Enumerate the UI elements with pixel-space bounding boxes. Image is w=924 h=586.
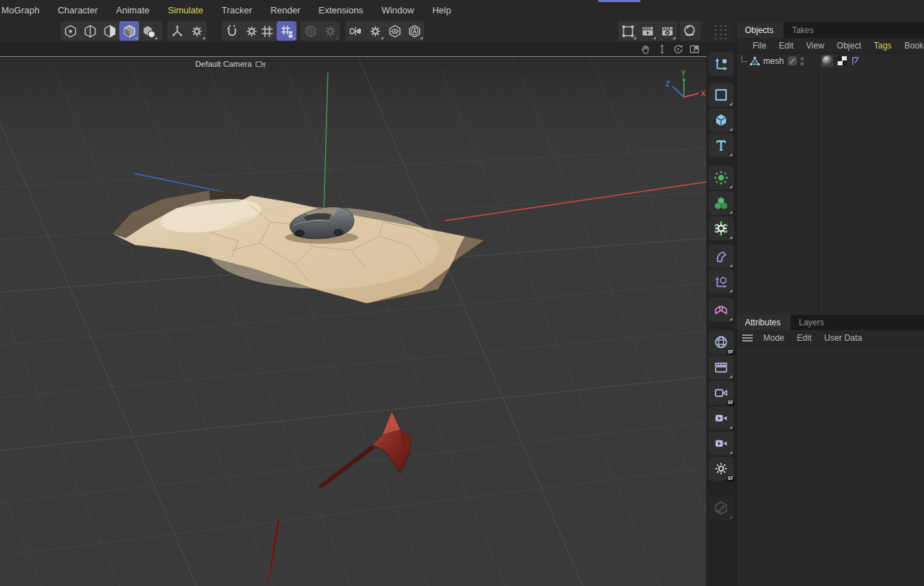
menu-help[interactable]: Help xyxy=(423,5,461,15)
om-menu-tags[interactable]: Tags xyxy=(868,41,898,51)
menu-simulate[interactable]: Simulate xyxy=(159,5,213,15)
tab-takes[interactable]: Takes xyxy=(784,22,824,38)
motion-camera-1-button[interactable] xyxy=(708,406,734,430)
om-menu-file[interactable]: File xyxy=(746,41,772,51)
gizmo-y-label: Y xyxy=(681,70,686,77)
menu-tracker[interactable]: Tracker xyxy=(213,5,262,15)
visibility-group xyxy=(385,21,424,41)
om-menu-view[interactable]: View xyxy=(800,41,831,51)
fields-effector-button[interactable] xyxy=(708,216,734,240)
tab-layers[interactable]: Layers xyxy=(791,315,834,330)
zoom-arrows-icon[interactable] xyxy=(655,44,668,56)
render-view[interactable]: Y Z X Default Camera xyxy=(0,56,706,586)
gizmo-z-label: Z xyxy=(666,80,670,88)
axis-gizmo[interactable]: Y Z X xyxy=(666,70,706,98)
hexagon-auto-button[interactable] xyxy=(404,21,424,41)
stage-object-button[interactable] xyxy=(708,356,734,379)
attribute-manager-panel: Attributes Layers Mode Edit User Data xyxy=(736,315,924,586)
bend-deformer-button[interactable] xyxy=(708,245,734,268)
sky-object-button[interactable]: ST xyxy=(708,330,734,354)
orbit-rotate-icon[interactable] xyxy=(671,44,685,56)
edges-mode-button[interactable] xyxy=(80,21,100,41)
red-ribbon-flag[interactable] xyxy=(318,412,411,489)
om-menu-object[interactable]: Object xyxy=(831,41,868,51)
motion-camera-2-button[interactable] xyxy=(708,431,734,455)
polygons-mode-button[interactable] xyxy=(100,21,119,41)
menu-animate[interactable]: Animate xyxy=(107,5,159,15)
menu-mograph[interactable]: MoGraph xyxy=(0,5,48,15)
camera-object-button[interactable]: ST xyxy=(708,381,734,405)
symmetry-object-button[interactable] xyxy=(708,298,734,322)
picture-viewer-button[interactable] xyxy=(680,21,699,41)
camera-icon xyxy=(256,60,266,68)
3d-viewport[interactable]: Y Z X Default Camera xyxy=(0,42,706,586)
polygon-mesh-icon xyxy=(749,56,760,67)
material-tag[interactable] xyxy=(821,55,833,67)
quantize-grid-button[interactable] xyxy=(257,21,277,41)
render-group xyxy=(618,21,677,41)
render-region-button[interactable] xyxy=(618,21,638,41)
checker-icon xyxy=(838,56,847,65)
points-mode-button[interactable] xyxy=(60,21,80,41)
menu-window[interactable]: Window xyxy=(372,5,423,15)
attribute-manager-menu: Mode Edit User Data xyxy=(737,330,924,346)
array-generator-button[interactable] xyxy=(708,191,734,215)
am-menu-edit[interactable]: Edit xyxy=(791,333,818,343)
workplane-axis-button[interactable] xyxy=(708,270,734,294)
render-view-button[interactable] xyxy=(638,21,657,41)
tab-attributes[interactable]: Attributes xyxy=(737,315,791,330)
palette-grip[interactable] xyxy=(712,22,730,39)
move-axes-button[interactable] xyxy=(167,21,187,41)
hexagon-eye-button[interactable] xyxy=(385,21,404,41)
menu-render[interactable]: Render xyxy=(261,5,310,15)
x-axis-line xyxy=(445,182,706,221)
om-menu-edit[interactable]: Edit xyxy=(772,41,800,51)
object-palette-sidebar: ST ST ST xyxy=(706,42,736,586)
menu-character[interactable]: Character xyxy=(48,5,107,15)
falloff-settings-button[interactable] xyxy=(320,21,340,41)
menu-extensions[interactable]: Extensions xyxy=(310,5,373,15)
phong-tag-icon[interactable] xyxy=(850,56,862,67)
material-sphere-icon xyxy=(822,56,833,66)
edit-tool-disabled-button[interactable] xyxy=(708,496,734,520)
pan-hand-icon[interactable] xyxy=(639,44,652,56)
mirror-group xyxy=(345,21,385,41)
hamburger-icon[interactable] xyxy=(742,334,753,341)
red-ribbon-sliver[interactable] xyxy=(268,517,280,582)
st-badge: ST xyxy=(727,349,734,356)
editor-toggle-icon[interactable] xyxy=(788,56,797,65)
camera-label[interactable]: Default Camera xyxy=(195,60,266,68)
snap-grid-lock-button[interactable] xyxy=(277,21,296,41)
light-object-button[interactable]: ST xyxy=(708,457,734,481)
pen-spline-tool-button[interactable] xyxy=(708,52,734,76)
attribute-empty-area xyxy=(737,346,924,585)
rotate-reset-button[interactable] xyxy=(222,21,242,41)
terrain-sand-mesh[interactable] xyxy=(112,190,484,304)
object-mode-button[interactable] xyxy=(139,21,159,41)
text-object-button[interactable] xyxy=(708,134,734,157)
rotate-tool-group xyxy=(222,21,261,41)
object-row-mesh[interactable]: mesh xyxy=(737,53,924,68)
mirror-settings-button[interactable] xyxy=(365,21,385,41)
om-menu-bookmarks[interactable]: Bookmarks xyxy=(898,41,924,51)
am-menu-mode[interactable]: Mode xyxy=(757,333,791,343)
texture-tag[interactable] xyxy=(836,55,848,67)
mirror-butterfly-button[interactable] xyxy=(345,21,365,41)
falloff-group xyxy=(301,21,340,41)
tab-objects[interactable]: Objects xyxy=(737,22,784,38)
cube-primitive-button[interactable] xyxy=(708,108,734,132)
model-mode-group xyxy=(60,21,162,41)
object-tree[interactable]: mesh xyxy=(737,53,924,316)
maximize-view-icon[interactable] xyxy=(687,44,701,56)
am-menu-userdata[interactable]: User Data xyxy=(818,333,869,343)
model-mode-button[interactable] xyxy=(119,21,139,41)
render-settings-button[interactable] xyxy=(657,21,677,41)
rectangle-spline-button[interactable] xyxy=(708,83,734,107)
visibility-dots[interactable] xyxy=(800,57,804,65)
move-settings-button[interactable] xyxy=(187,21,206,41)
picture-viewer-group xyxy=(680,21,701,41)
st-badge: ST xyxy=(727,400,734,406)
subdivision-surface-button[interactable] xyxy=(708,166,734,190)
viewport-nav-strip xyxy=(0,42,706,56)
falloff-rings-button[interactable] xyxy=(301,21,320,41)
